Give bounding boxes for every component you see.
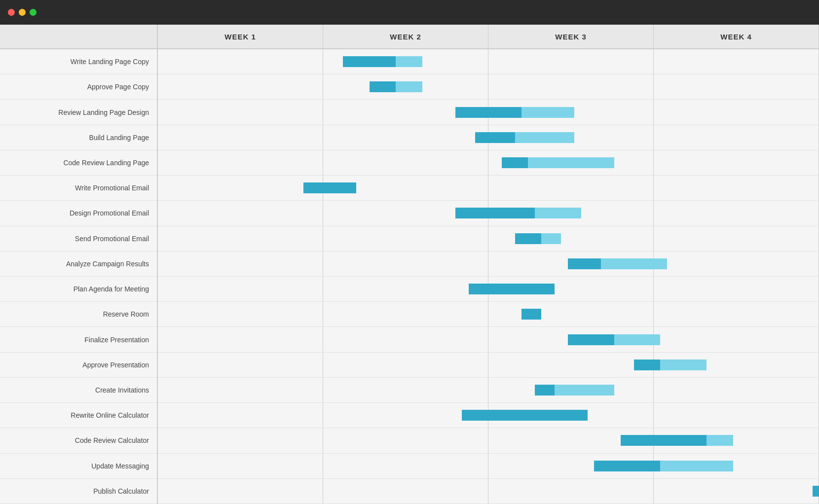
bar-dark-14 <box>462 410 588 421</box>
bar-dark-13 <box>535 385 555 396</box>
bar-dark-16 <box>594 461 660 471</box>
bar-group-6 <box>455 208 581 218</box>
gantt-row-16 <box>158 454 819 479</box>
bar-dark-7 <box>515 233 542 244</box>
task-label-5: Write Promotional Email <box>0 176 157 201</box>
bar-light-3 <box>515 132 575 143</box>
bar-light-1 <box>396 81 422 92</box>
bar-light-16 <box>660 461 733 471</box>
maximize-button[interactable] <box>30 9 37 16</box>
bar-group-13 <box>535 385 614 396</box>
bar-group-2 <box>455 107 574 118</box>
bar-group-11 <box>568 334 661 345</box>
task-label-2: Review Landing Page Design <box>0 100 157 125</box>
task-label-16: Update Messaging <box>0 454 157 479</box>
gantt-row-0 <box>158 49 819 74</box>
task-label-17: Publish Calculator <box>0 479 157 504</box>
task-label-14: Rewrite Online Calculator <box>0 403 157 428</box>
bar-group-16 <box>594 461 733 471</box>
gantt-row-17 <box>158 479 819 504</box>
gantt-row-3 <box>158 125 819 150</box>
chart-body: Write Landing Page CopyApprove Page Copy… <box>0 49 819 504</box>
task-label-8: Analyze Campaign Results <box>0 252 157 277</box>
bar-group-5 <box>303 182 356 193</box>
task-label-3: Build Landing Page <box>0 125 157 150</box>
bar-dark-12 <box>634 360 661 370</box>
gantt-row-4 <box>158 150 819 176</box>
bar-light-6 <box>535 208 581 218</box>
bar-light-12 <box>660 360 707 370</box>
gantt-row-11 <box>158 327 819 352</box>
bar-dark-10 <box>521 309 541 320</box>
bar-light-7 <box>541 233 561 244</box>
bar-dark-0 <box>343 56 396 67</box>
bar-group-14 <box>462 410 588 421</box>
gantt-row-15 <box>158 428 819 453</box>
bar-dark-17 <box>813 486 819 497</box>
task-label-0: Write Landing Page Copy <box>0 49 157 74</box>
bar-group-10 <box>521 309 541 320</box>
task-label-12: Approve Presentation <box>0 353 157 378</box>
bar-light-11 <box>614 334 661 345</box>
bar-light-8 <box>601 258 667 269</box>
bar-group-3 <box>475 132 574 143</box>
bar-group-17 <box>813 486 819 497</box>
bar-dark-2 <box>455 107 521 118</box>
bar-light-15 <box>707 435 733 446</box>
task-label-7: Send Promotional Email <box>0 226 157 252</box>
minimize-button[interactable] <box>19 9 26 16</box>
bar-dark-3 <box>475 132 515 143</box>
gantt-row-9 <box>158 277 819 302</box>
bar-dark-6 <box>455 208 535 218</box>
gantt-row-12 <box>158 353 819 378</box>
gantt-row-14 <box>158 403 819 428</box>
task-label-15: Code Review Calculator <box>0 428 157 453</box>
bar-light-2 <box>521 107 574 118</box>
gantt-row-5 <box>158 176 819 201</box>
title-bar <box>0 0 819 25</box>
bar-light-13 <box>555 385 614 396</box>
bar-group-4 <box>502 157 614 168</box>
task-label-1: Approve Page Copy <box>0 74 157 100</box>
bar-light-4 <box>528 157 614 168</box>
chart-container: WEEK 1WEEK 2WEEK 3WEEK 4 Write Landing P… <box>0 25 819 504</box>
bar-group-12 <box>634 360 707 370</box>
bar-dark-8 <box>568 258 601 269</box>
week-header-2: WEEK 2 <box>323 25 488 48</box>
gantt-row-10 <box>158 302 819 327</box>
task-label-header <box>0 25 158 48</box>
bar-group-9 <box>469 284 555 294</box>
weeks-area: WEEK 1WEEK 2WEEK 3WEEK 4 <box>158 25 819 48</box>
bar-light-0 <box>396 56 422 67</box>
week-header-1: WEEK 1 <box>158 25 323 48</box>
task-label-13: Create Invitations <box>0 378 157 403</box>
gantt-row-2 <box>158 100 819 125</box>
task-label-10: Reserve Room <box>0 302 157 327</box>
close-button[interactable] <box>8 9 15 16</box>
bar-dark-15 <box>621 435 707 446</box>
week-header: WEEK 1WEEK 2WEEK 3WEEK 4 <box>0 25 819 49</box>
bar-dark-4 <box>502 157 528 168</box>
bar-dark-11 <box>568 334 614 345</box>
bar-group-7 <box>515 233 561 244</box>
task-label-9: Plan Agenda for Meeting <box>0 277 157 302</box>
week-header-3: WEEK 3 <box>488 25 654 48</box>
task-labels: Write Landing Page CopyApprove Page Copy… <box>0 49 158 504</box>
gantt-row-7 <box>158 226 819 252</box>
gantt-rows <box>158 49 819 504</box>
task-label-11: Finalize Presentation <box>0 327 157 352</box>
task-label-6: Design Promotional Email <box>0 201 157 226</box>
bar-group-15 <box>621 435 733 446</box>
bar-group-1 <box>370 81 422 92</box>
bar-group-0 <box>343 56 422 67</box>
bar-group-8 <box>568 258 667 269</box>
gantt-row-1 <box>158 74 819 100</box>
gantt-row-13 <box>158 378 819 403</box>
gantt-row-6 <box>158 201 819 226</box>
week-header-4: WEEK 4 <box>654 25 819 48</box>
bar-dark-5 <box>303 182 356 193</box>
gantt-row-8 <box>158 252 819 277</box>
bar-dark-1 <box>370 81 396 92</box>
bar-dark-9 <box>469 284 555 294</box>
task-label-4: Code Review Landing Page <box>0 150 157 176</box>
